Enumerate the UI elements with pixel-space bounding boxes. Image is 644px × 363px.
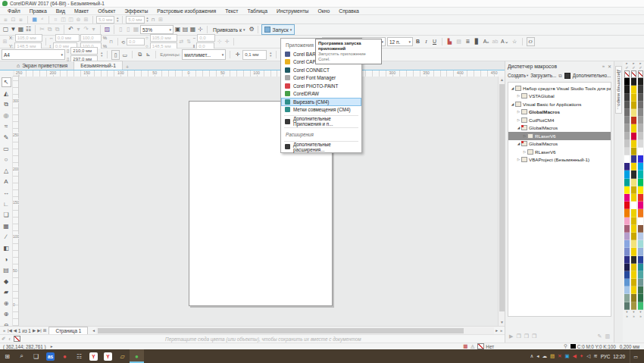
color-swatch[interactable]: [631, 179, 637, 186]
bleed-spinner[interactable]: ▲▼: [116, 17, 119, 23]
dynamic-guides-icon[interactable]: ⊚: [75, 16, 82, 23]
stop-record-icon[interactable]: ❐: [532, 333, 536, 340]
full-screen-preview-icon[interactable]: ▦: [31, 16, 38, 23]
outline-pen-tool[interactable]: ◆: [2, 277, 11, 286]
load-macro-button[interactable]: Загрузить...: [530, 73, 556, 78]
mirror-vertical-icon[interactable]: ⇅: [186, 38, 192, 45]
color-swatch[interactable]: [631, 86, 637, 93]
record-macro-icon[interactable]: ❐: [516, 333, 521, 340]
bleed-field[interactable]: 5,0 мм: [96, 16, 114, 23]
color-swatch[interactable]: [638, 248, 644, 255]
color-swatch[interactable]: [631, 78, 637, 86]
color-swatch[interactable]: [624, 163, 630, 171]
color-swatch[interactable]: [638, 86, 644, 93]
color-swatch[interactable]: [638, 286, 644, 294]
color-swatch[interactable]: [624, 279, 630, 286]
color-swatch[interactable]: [638, 264, 644, 271]
options-gear-icon[interactable]: ⚙: [248, 25, 255, 34]
color-swatch[interactable]: [638, 225, 644, 233]
tray-volume-icon[interactable]: ◁: [586, 353, 590, 359]
landscape-button[interactable]: ▭: [121, 51, 128, 59]
language-indicator[interactable]: РУС: [601, 354, 611, 359]
menu-item-5[interactable]: Corel PHOTO-PAINT: [281, 82, 361, 90]
expanded-arrow-icon[interactable]: ◢: [510, 86, 515, 90]
edit-macro-icon[interactable]: ✎: [598, 333, 602, 340]
color-swatch[interactable]: [624, 264, 630, 271]
horizontal-scrollbar[interactable]: [96, 327, 494, 334]
font-size-combo[interactable]: 12 п.▾: [387, 37, 413, 46]
tray-network-icon[interactable]: ≋: [593, 353, 597, 359]
color-swatch[interactable]: [631, 186, 637, 194]
add-tool[interactable]: ⊕: [2, 299, 11, 308]
menu-11[interactable]: Окно: [313, 8, 334, 15]
color-swatch[interactable]: [624, 109, 630, 117]
margin-field[interactable]: 5,0 мм: [126, 16, 144, 23]
launch-button[interactable]: Запуск ▾: [261, 24, 295, 35]
color-swatch[interactable]: [631, 102, 637, 109]
last-page-icon[interactable]: ▶|: [37, 328, 42, 333]
menu-item-6[interactable]: CorelDRAW: [281, 90, 361, 99]
show-rulers-icon[interactable]: ▤: [182, 25, 189, 34]
units-combo[interactable]: миллимет...▾: [182, 49, 226, 60]
color-swatch[interactable]: [624, 94, 630, 102]
color-swatch[interactable]: [638, 279, 644, 286]
color-swatch[interactable]: [624, 209, 630, 217]
color-swatch[interactable]: [624, 148, 630, 155]
color-swatch[interactable]: [624, 248, 630, 255]
color-swatch[interactable]: [631, 256, 637, 264]
docker-close-icon[interactable]: ✕: [608, 64, 611, 69]
portrait-button[interactable]: ▯: [111, 50, 120, 60]
proof-colors-icon[interactable]: ᵈ: [39, 16, 45, 23]
undo-icon[interactable]: ↶: [67, 25, 74, 34]
simple-wireframe-icon[interactable]: ⧈: [2, 16, 9, 23]
menu-item-7[interactable]: Вырезать (CM4): [281, 98, 361, 106]
color-swatch[interactable]: [638, 209, 644, 217]
color-swatch[interactable]: [631, 140, 637, 148]
collapsed-arrow-icon[interactable]: ▷: [522, 134, 527, 138]
color-swatch[interactable]: [624, 117, 630, 124]
palette-expand-icon[interactable]: »: [639, 314, 642, 319]
color-swatch[interactable]: [631, 248, 637, 255]
text-tool[interactable]: A: [2, 177, 11, 186]
color-swatch[interactable]: [624, 286, 630, 294]
new-tab-button[interactable]: +: [123, 64, 132, 70]
color-swatch[interactable]: [638, 171, 644, 178]
menu-1[interactable]: Файл: [3, 8, 25, 15]
expanded-arrow-icon[interactable]: ◢: [510, 102, 515, 106]
fill-tool[interactable]: ▰: [2, 287, 11, 297]
collapsed-arrow-icon[interactable]: ▷: [516, 94, 521, 98]
no-color-swatch[interactable]: [631, 70, 637, 78]
export-icon[interactable]: ▯: [125, 25, 132, 34]
expanded-arrow-icon[interactable]: ◢: [516, 142, 521, 146]
color-swatch[interactable]: [624, 217, 630, 225]
pan-icon[interactable]: »: [498, 328, 505, 333]
tree-node-9[interactable]: ▷RLaserV6: [508, 148, 611, 156]
color-swatch[interactable]: [624, 155, 630, 163]
color-swatch[interactable]: [631, 240, 637, 248]
color-swatch[interactable]: [624, 271, 630, 279]
play-macro-icon[interactable]: ▶: [509, 333, 513, 340]
alignment-guides-icon[interactable]: ⊞: [83, 16, 89, 23]
center-fields[interactable]: ○105,0 мм ○148,5 мм: [145, 34, 177, 50]
color-swatch[interactable]: [624, 133, 630, 140]
color-swatch[interactable]: [624, 171, 630, 178]
color-swatch[interactable]: [638, 163, 644, 171]
eyedropper-small-icon[interactable]: ✐: [0, 336, 7, 342]
color-swatch[interactable]: [631, 209, 637, 217]
drop-cap-icon[interactable]: ▊: [474, 38, 480, 45]
color-swatch[interactable]: [638, 271, 644, 279]
color-eyedropper-tool[interactable]: ∕: [2, 232, 11, 242]
no-color-swatch[interactable]: [638, 70, 644, 78]
lock-ratio-icon[interactable]: ⊓: [149, 16, 156, 23]
menu-8[interactable]: Текст: [220, 8, 242, 15]
edit-text-icon[interactable]: ab: [492, 38, 499, 45]
create-macro-button[interactable]: Создать▾: [508, 73, 528, 78]
open-icon[interactable]: ▼: [10, 25, 17, 34]
ellipse-tool[interactable]: ○: [2, 155, 11, 164]
page-dimension-spinner[interactable]: ▲▼: [100, 52, 103, 58]
color-swatch[interactable]: [624, 302, 630, 310]
redo-icon[interactable]: ↷: [83, 25, 89, 34]
tree-node-8[interactable]: ◢GlobalMacros: [508, 140, 611, 149]
color-swatch[interactable]: [631, 171, 637, 178]
task-view-button[interactable]: ❏: [29, 349, 43, 363]
